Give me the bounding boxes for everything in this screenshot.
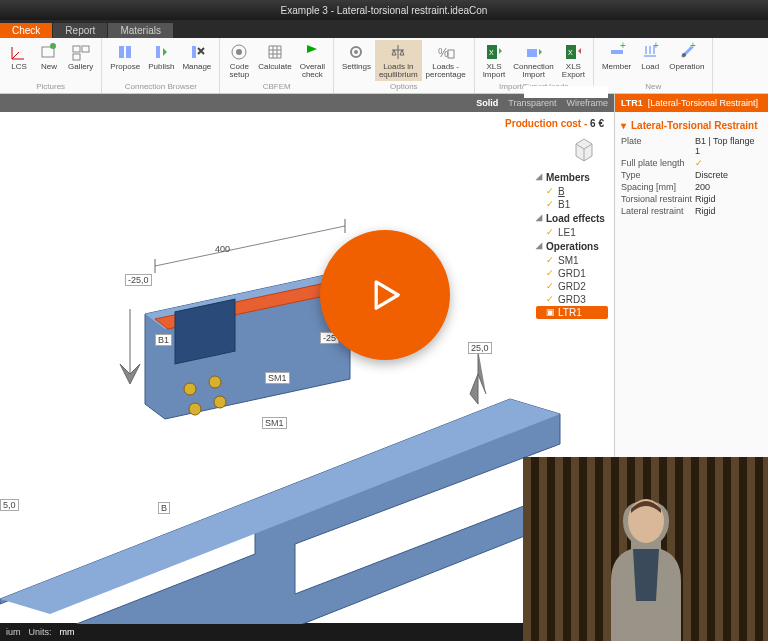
svg-text:+: + [620, 42, 626, 51]
calculate-button[interactable]: Calculate [254, 40, 295, 81]
gear-icon [346, 42, 366, 62]
prop-tors-value[interactable]: Rigid [695, 194, 716, 204]
prop-type-value[interactable]: Discrete [695, 170, 728, 180]
svg-point-10 [236, 49, 242, 55]
model-svg [0, 114, 610, 624]
group-pictures: Pictures [4, 81, 97, 91]
code-setup-button[interactable]: Code setup [224, 40, 254, 81]
prop-full-label: Full plate length [621, 158, 695, 168]
svg-point-29 [209, 376, 221, 388]
operation-icon: + [677, 42, 697, 62]
tab-report[interactable]: Report [53, 23, 107, 38]
tree-item-sm1[interactable]: SM1 [536, 254, 608, 267]
tree-item-b[interactable]: B [536, 185, 608, 198]
new-load-button[interactable]: +Load [635, 40, 665, 81]
loads-percentage-button[interactable]: %Loads - percentage [422, 40, 470, 81]
title-bar: Example 3 - Lateral-torsional restraint.… [0, 0, 768, 20]
svg-rect-2 [73, 46, 80, 52]
svg-text:%: % [438, 46, 449, 60]
label-sm1: SM1 [265, 372, 290, 384]
ribbon: LCS New Gallery Pictures Propose Publish… [0, 38, 768, 94]
lcs-button[interactable]: LCS [4, 40, 34, 81]
view-transparent[interactable]: Transparent [508, 98, 556, 108]
svg-rect-4 [73, 54, 80, 60]
gallery-button[interactable]: Gallery [64, 40, 97, 81]
prop-spacing-value[interactable]: 200 [695, 182, 710, 192]
status-units-value: mm [60, 627, 75, 637]
label-sm1b: SM1 [262, 417, 287, 429]
new-operation-button[interactable]: +Operation [665, 40, 708, 81]
calculate-icon [265, 42, 285, 62]
tree-loads[interactable]: ◢Load effects [536, 211, 608, 226]
group-options: Options [338, 81, 470, 91]
tree-operations[interactable]: ◢Operations [536, 239, 608, 254]
label-b1: B1 [155, 334, 172, 346]
svg-text:+: + [653, 42, 659, 51]
publish-icon [151, 42, 171, 62]
member-icon: + [607, 42, 627, 62]
svg-line-25 [155, 226, 345, 266]
svg-rect-7 [156, 46, 160, 58]
prop-full-value[interactable]: ✓ [695, 158, 703, 168]
tree-item-grd3[interactable]: GRD3 [536, 293, 608, 306]
3d-viewport[interactable]: Solid Transparent Wireframe Production c… [0, 94, 614, 623]
svg-point-1 [50, 43, 56, 49]
gallery-icon [71, 42, 91, 62]
connection-import-button[interactable]: Connection Import [509, 40, 557, 81]
view-wireframe[interactable]: Wireframe [566, 98, 608, 108]
tab-check[interactable]: Check [0, 23, 52, 38]
play-button[interactable] [320, 230, 450, 360]
dim-25: 25,0 [468, 342, 492, 354]
prop-plate-label: Plate [621, 136, 695, 156]
prop-lat-value[interactable]: Rigid [695, 206, 716, 216]
tree-members[interactable]: ◢Members [536, 170, 608, 185]
tab-materials[interactable]: Materials [108, 23, 173, 38]
svg-rect-17 [527, 49, 537, 57]
tree-item-grd1[interactable]: GRD1 [536, 267, 608, 280]
prop-tors-label: Torsional restraint [621, 194, 695, 204]
svg-point-28 [184, 383, 196, 395]
tree-item-grd2[interactable]: GRD2 [536, 280, 608, 293]
tree-item-le1[interactable]: LE1 [536, 226, 608, 239]
prop-spacing-label: Spacing [mm] [621, 182, 695, 192]
play-icon [363, 273, 407, 317]
svg-rect-14 [448, 50, 454, 58]
xls-import-button[interactable]: XXLS Import [479, 40, 510, 81]
prop-section-title[interactable]: Lateral-Torsional Restraint [621, 118, 762, 135]
svg-text:X: X [489, 49, 494, 56]
label-b: B [158, 502, 170, 514]
group-browser: Connection Browser [106, 81, 215, 91]
prop-type-label: Type [621, 170, 695, 180]
propose-button[interactable]: Propose [106, 40, 144, 81]
settings-button[interactable]: Settings [338, 40, 375, 81]
scene-tree: ◢Members B B1 ◢Load effects LE1 ◢Operati… [536, 170, 608, 319]
dim-400: 400 [215, 244, 230, 254]
prop-plate-value[interactable]: B1 | Top flange 1 [695, 136, 762, 156]
view-mode-toggle: Solid Transparent Wireframe [0, 94, 614, 112]
publish-button[interactable]: Publish [144, 40, 178, 81]
overall-check-button[interactable]: Overall check [296, 40, 329, 81]
dim-m25a: -25,0 [125, 274, 152, 286]
group-new: New [598, 81, 708, 91]
svg-point-12 [354, 50, 358, 54]
presenter-figure [581, 471, 711, 641]
scales-icon [388, 42, 408, 62]
xls-export-button[interactable]: XXLS Export [558, 40, 589, 81]
tree-item-b1[interactable]: B1 [536, 198, 608, 211]
property-header: LTR1 [Lateral-Torsional Restraint] [615, 94, 768, 112]
svg-point-31 [214, 396, 226, 408]
flag-icon [302, 42, 322, 62]
prop-lat-label: Lateral restraint [621, 206, 695, 216]
load-icon: + [640, 42, 660, 62]
loads-equilibrium-button[interactable]: Loads in equilibrium [375, 40, 422, 81]
view-solid[interactable]: Solid [476, 98, 498, 108]
svg-point-23 [682, 53, 686, 57]
new-pic-button[interactable]: New [34, 40, 64, 81]
manage-button[interactable]: Manage [178, 40, 215, 81]
tree-item-ltr1[interactable]: LTR1 [536, 306, 608, 319]
new-member-button[interactable]: +Member [598, 40, 635, 81]
svg-point-30 [189, 403, 201, 415]
conn-import-icon [524, 42, 544, 62]
propose-icon [115, 42, 135, 62]
manage-icon [187, 42, 207, 62]
